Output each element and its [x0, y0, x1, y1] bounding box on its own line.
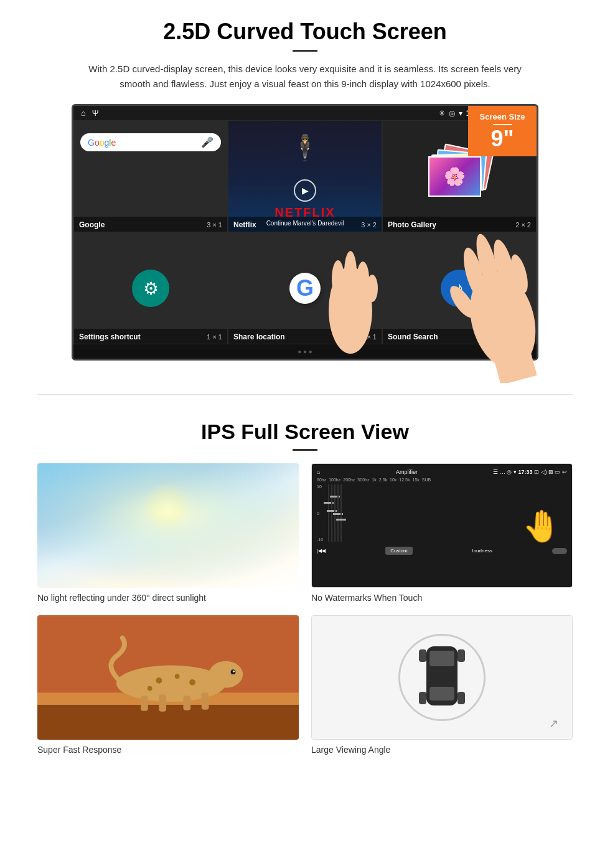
- svg-rect-33: [419, 692, 426, 704]
- amp-custom-btn[interactable]: Custom: [385, 547, 413, 555]
- response-caption: Super Fast Response: [37, 745, 299, 755]
- google-app-cell[interactable]: Google 🎤 Google 3 × 1: [73, 120, 228, 232]
- flower-icon: 🌸: [444, 166, 466, 187]
- location-icon: ◎: [449, 109, 455, 118]
- music-icon: ♪: [455, 278, 464, 298]
- amp-title: Amplifier: [396, 469, 418, 475]
- share-app-name: Share location: [233, 333, 285, 341]
- svg-rect-13: [37, 702, 299, 738]
- svg-point-21: [148, 686, 152, 691]
- play-button[interactable]: ▶: [294, 179, 316, 202]
- cheetah-svg: [37, 615, 299, 740]
- gear-icon: ⚙: [143, 278, 159, 299]
- netflix-content: ▶ NETFLIX Continue Marvel's Daredevil: [266, 176, 344, 227]
- svg-point-19: [175, 674, 180, 679]
- netflix-app-name: Netflix: [233, 220, 256, 229]
- share-app-size: 1 × 1: [361, 333, 377, 341]
- google-app-name: Google: [79, 220, 105, 229]
- feature-item-watermarks: ⌂ Amplifier ☰ … ◎ ▾ 17:33 ⊡ ◁) ⊠ ▭ ↩ 60h…: [311, 463, 573, 603]
- watermarks-caption: No Watermarks When Touch: [311, 593, 573, 603]
- maps-icon: G: [289, 273, 321, 304]
- status-left-icons: ⌂ Ψ: [81, 108, 99, 118]
- settings-app-name: Settings shortcut: [79, 333, 141, 341]
- screen-size-badge: Screen Size 9": [468, 106, 537, 156]
- svg-point-27: [233, 671, 235, 672]
- amp-bar-wrap-4: [337, 484, 339, 542]
- amp-icons: ☰ … ◎ ▾ 17:33 ⊡ ◁) ⊠ ▭ ↩: [493, 469, 567, 475]
- svg-rect-25: [202, 692, 209, 709]
- amp-bars: 🤚: [328, 484, 567, 542]
- amp-prev-icon: |◀◀: [317, 548, 326, 554]
- svg-point-1: [332, 260, 344, 298]
- section2-title: IPS Full Screen View: [37, 420, 573, 444]
- amp-screen: ⌂ Amplifier ☰ … ◎ ▾ 17:33 ⊡ ◁) ⊠ ▭ ↩ 60h…: [312, 464, 572, 587]
- badge-label: Screen Size: [477, 112, 528, 121]
- home-icon: ⌂: [81, 108, 86, 118]
- music-icon-wrap: ♪: [441, 270, 478, 307]
- badge-divider: [493, 124, 512, 125]
- gallery-app-name: Photo Gallery: [388, 220, 436, 229]
- amp-freq-labels: 60hz 100hz 200hz 500hz 1k 2.5k 10k 12.5k…: [317, 478, 567, 482]
- cheetah-photo-box: [37, 615, 299, 740]
- sunlight-photo-box: [37, 463, 299, 588]
- section1-title: 2.5D Curved Touch Screen: [37, 19, 573, 45]
- amp-y-axis: 10 0 -10: [317, 484, 326, 542]
- car-arrow-icon: ↗: [549, 717, 558, 730]
- section2-divider: [293, 449, 317, 451]
- svg-rect-29: [429, 651, 454, 666]
- scroll-indicator: ● ● ●: [73, 344, 537, 359]
- amp-loudness-label: loudness: [472, 548, 492, 554]
- amplifier-photo-box: ⌂ Amplifier ☰ … ◎ ▾ 17:33 ⊡ ◁) ⊠ ▭ ↩ 60h…: [311, 463, 573, 588]
- svg-point-17: [209, 661, 243, 688]
- share-label: Share location 1 × 1: [228, 329, 382, 344]
- photo-main: 🌸: [428, 156, 481, 197]
- badge-size: 9": [490, 126, 514, 151]
- svg-rect-30: [429, 687, 454, 701]
- share-app-cell[interactable]: G Share location: [228, 232, 382, 344]
- amp-header: ⌂ Amplifier ☰ … ◎ ▾ 17:33 ⊡ ◁) ⊠ ▭ ↩: [317, 469, 567, 475]
- svg-rect-24: [183, 696, 190, 710]
- sound-app-cell[interactable]: ♪ Sound Search 1 × 1: [382, 232, 537, 344]
- section-divider-line: [37, 394, 573, 395]
- netflix-app-size: 3 × 2: [361, 221, 377, 229]
- status-bar: ⌂ Ψ ✳ ◎ ▾ 15:06 ⊡ ◁) ⊠ ▭: [73, 106, 537, 120]
- device-wrapper: Screen Size 9" ⌂ Ψ ✳ ◎ ▾ 15:06 ⊡ ◁) ⊠: [37, 104, 573, 361]
- gallery-label: Photo Gallery 2 × 2: [383, 217, 536, 232]
- amp-bars-container: 10 0 -10: [317, 482, 567, 544]
- section1-description: With 2.5D curved-display screen, this de…: [87, 62, 523, 92]
- amp-bottom-bar: |◀◀ Custom loudness: [317, 547, 567, 555]
- sound-app-name: Sound Search: [388, 333, 438, 341]
- feature-photo-grid: No light reflecting under 360° direct su…: [37, 463, 573, 755]
- sky-photo: [37, 463, 299, 588]
- svg-point-20: [189, 679, 195, 686]
- car-circle: [398, 634, 486, 721]
- svg-point-4: [367, 275, 378, 302]
- sunlight-caption: No light reflecting under 360° direct su…: [37, 593, 299, 603]
- sound-label: Sound Search 1 × 1: [383, 329, 536, 344]
- feature-item-response: Super Fast Response: [37, 615, 299, 755]
- sound-app-size: 1 × 1: [515, 333, 531, 341]
- loudness-toggle[interactable]: [552, 548, 567, 554]
- svg-point-16: [116, 665, 226, 702]
- svg-rect-12: [37, 463, 299, 588]
- google-search-bar[interactable]: Google 🎤: [80, 133, 221, 151]
- app-grid: Google 🎤 Google 3 × 1 🕴: [73, 120, 537, 344]
- daredevil-figure: 🕴: [289, 133, 321, 163]
- amp-home-icon: ⌂: [317, 469, 320, 475]
- svg-point-2: [344, 251, 357, 295]
- bluetooth-icon: ✳: [439, 109, 445, 118]
- google-logo: Google: [88, 138, 116, 148]
- amp-bar-wrap-1: [328, 484, 329, 542]
- cheetah-photo: [37, 615, 299, 740]
- feature-item-sunlight: No light reflecting under 360° direct su…: [37, 463, 299, 603]
- netflix-app-cell[interactable]: 🕴 ▶ NETFLIX Continue Marvel's Daredevil …: [228, 120, 382, 232]
- amp-bar-wrap-2: [331, 484, 332, 542]
- gallery-app-size: 2 × 2: [515, 221, 531, 229]
- svg-point-3: [357, 262, 369, 296]
- settings-app-cell[interactable]: ⚙ Settings shortcut 1 × 1: [73, 232, 228, 344]
- section-ips: IPS Full Screen View: [0, 413, 610, 773]
- svg-rect-23: [159, 694, 166, 711]
- settings-icon-wrap: ⚙: [132, 270, 169, 307]
- device-screen: Screen Size 9" ⌂ Ψ ✳ ◎ ▾ 15:06 ⊡ ◁) ⊠: [72, 104, 538, 361]
- settings-app-size: 1 × 1: [207, 333, 222, 341]
